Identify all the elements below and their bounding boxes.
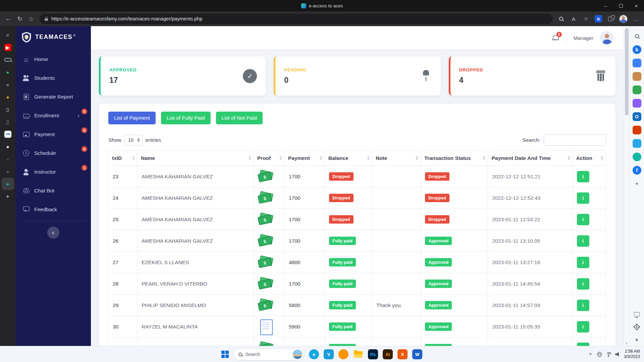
tab-site-orange-icon[interactable]: ●	[2, 91, 14, 103]
row-info-button[interactable]	[577, 321, 589, 333]
taskbar-search[interactable]: Search	[233, 348, 304, 361]
list-of-not-paid-button[interactable]: List of Not Paid	[216, 112, 263, 124]
maximize-button[interactable]	[613, 0, 629, 11]
column-header[interactable]: Note	[372, 151, 421, 166]
tab-site-green-icon[interactable]: ●	[2, 66, 14, 78]
new-tab-button[interactable]: +	[2, 190, 14, 202]
tab-github-dark-icon[interactable]: ●	[2, 153, 14, 165]
sidebar-item-home[interactable]: Home	[15, 50, 91, 69]
search-input[interactable]	[544, 134, 606, 146]
row-info-button[interactable]	[577, 192, 589, 204]
tab-github-light-icon[interactable]: ●	[2, 140, 14, 153]
network-icon[interactable]	[597, 352, 602, 357]
rail-add-icon[interactable]: +	[631, 177, 643, 190]
column-header[interactable]: Proof	[254, 151, 285, 166]
payment-proof-thumbnail[interactable]	[258, 213, 274, 226]
rail-bing-icon[interactable]: b	[631, 43, 643, 56]
row-info-button[interactable]	[577, 343, 589, 346]
scrollbar-thumb[interactable]	[625, 28, 629, 115]
rail-facebook-icon[interactable]: f	[631, 164, 643, 177]
rail-collapse-icon[interactable]: ∨	[631, 336, 643, 343]
tab-youtube-icon[interactable]: ▶	[2, 41, 14, 54]
rail-m365-icon[interactable]	[631, 123, 643, 137]
rail-onedrive-icon[interactable]	[631, 137, 643, 150]
rail-outlook-icon[interactable]: O	[631, 110, 643, 123]
rail-designer-icon[interactable]	[631, 150, 643, 164]
sidebar-item-feedback[interactable]: Feedback	[15, 200, 91, 219]
bing-daily-image[interactable]	[293, 350, 302, 359]
read-aloud-icon[interactable]: A	[568, 13, 579, 24]
sidebar-item-chat-bot[interactable]: Chat Bot	[15, 181, 91, 200]
more-menu-icon[interactable]: …	[630, 13, 641, 24]
column-header[interactable]: Payment	[284, 151, 325, 166]
add-favorite-icon[interactable]: ☆	[580, 13, 592, 24]
brand[interactable]: TEAMACESF	[15, 26, 91, 48]
sidebar-item-schedule[interactable]: Schedule 0	[15, 144, 91, 163]
back-button[interactable]: ←	[3, 13, 14, 24]
tab-am-icon[interactable]: AM	[2, 128, 14, 140]
rail-toolbox-icon[interactable]	[631, 70, 643, 83]
start-button[interactable]	[221, 351, 229, 358]
rail-people-icon[interactable]	[631, 83, 643, 97]
minimize-button[interactable]: –	[598, 0, 613, 11]
sidebar-item-instructor[interactable]: Instructor 1	[15, 163, 91, 181]
payment-proof-thumbnail[interactable]	[258, 170, 274, 183]
column-header[interactable]: txID	[109, 151, 138, 166]
column-header[interactable]: Balance	[325, 151, 372, 166]
payment-proof-thumbnail[interactable]	[258, 299, 274, 312]
home-button[interactable]: ⌂	[25, 13, 37, 24]
photoshop-taskbar-icon[interactable]: Ps	[368, 349, 378, 359]
show-desktop-strip[interactable]	[639, 350, 640, 359]
tab-document-icon[interactable]: ▯	[2, 103, 14, 116]
payment-proof-thumbnail[interactable]	[258, 256, 274, 269]
column-header[interactable]: Action	[573, 151, 606, 166]
tab-profile-icon[interactable]: ●	[2, 165, 14, 178]
explorer-taskbar-icon[interactable]	[353, 349, 363, 359]
taskbar-clock[interactable]: 2:56 AM 3/3/2023	[624, 349, 640, 360]
tab-site-gray-icon[interactable]: ●	[2, 78, 14, 91]
edge-taskbar-icon[interactable]: e	[309, 349, 319, 359]
payment-proof-thumbnail[interactable]	[258, 191, 274, 205]
tab-actions-icon[interactable]: ≡	[2, 29, 14, 41]
column-header[interactable]: Name	[138, 151, 254, 166]
payment-proof-thumbnail[interactable]	[258, 320, 274, 334]
column-header[interactable]: Payment Date And Time	[488, 151, 573, 166]
office-x-taskbar-icon[interactable]: X	[397, 349, 408, 359]
rail-games-icon[interactable]	[631, 97, 643, 110]
firefox-taskbar-icon[interactable]	[338, 349, 348, 359]
illustrator-taskbar-icon[interactable]: Ai	[383, 349, 393, 359]
close-button[interactable]: ×	[629, 0, 644, 11]
sidebar-item-enrollment[interactable]: Enrollment 0	[15, 106, 91, 125]
rail-settings-gear-icon[interactable]	[631, 323, 643, 330]
search-sparkle-icon[interactable]	[555, 13, 567, 24]
rail-shopping-icon[interactable]	[631, 56, 643, 70]
page-scrollbar[interactable]	[624, 26, 629, 346]
sidebar-item-generate-report[interactable]: Generate Report	[15, 87, 91, 106]
address-bar[interactable]: https://e-accessteamacesfamy.com/teamace…	[40, 14, 553, 24]
row-info-button[interactable]	[577, 278, 589, 290]
tray-chevron-icon[interactable]: ^	[588, 352, 593, 357]
payment-proof-thumbnail[interactable]	[258, 342, 274, 346]
row-info-button[interactable]	[577, 214, 589, 225]
rail-screen-share-icon[interactable]	[631, 310, 643, 318]
bing-chat-icon[interactable]: b	[593, 13, 604, 24]
profile-avatar-icon[interactable]	[618, 13, 629, 24]
vscode-taskbar-icon[interactable]: V	[324, 349, 334, 359]
wifi-icon[interactable]	[606, 352, 611, 357]
list-of-payment-button[interactable]: List of Payment	[108, 112, 156, 124]
tab-notes-icon[interactable]: ▯	[2, 116, 14, 128]
row-info-button[interactable]	[577, 235, 589, 247]
volume-icon[interactable]	[615, 352, 620, 357]
tab-active-site-icon[interactable]: ●	[2, 178, 14, 190]
row-info-button[interactable]	[577, 171, 589, 182]
scrollbar-down-icon[interactable]	[624, 341, 629, 345]
list-of-fully-paid-button[interactable]: List of Fully Paid	[161, 112, 211, 124]
payment-proof-thumbnail[interactable]	[258, 277, 274, 291]
row-info-button[interactable]	[577, 257, 589, 268]
sidebar-item-students[interactable]: Students	[15, 69, 91, 87]
collections-icon[interactable]	[605, 13, 616, 24]
row-info-button[interactable]	[577, 300, 589, 311]
payment-proof-thumbnail[interactable]	[258, 234, 274, 248]
page-size-select[interactable]: 10	[124, 135, 143, 145]
column-header[interactable]: Transaction Status	[421, 151, 488, 166]
